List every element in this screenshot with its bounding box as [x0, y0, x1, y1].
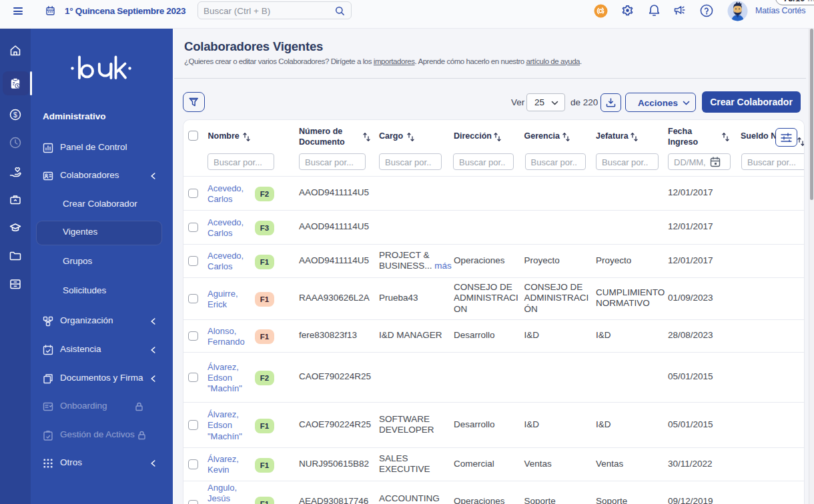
- svg-text:$: $: [13, 111, 17, 119]
